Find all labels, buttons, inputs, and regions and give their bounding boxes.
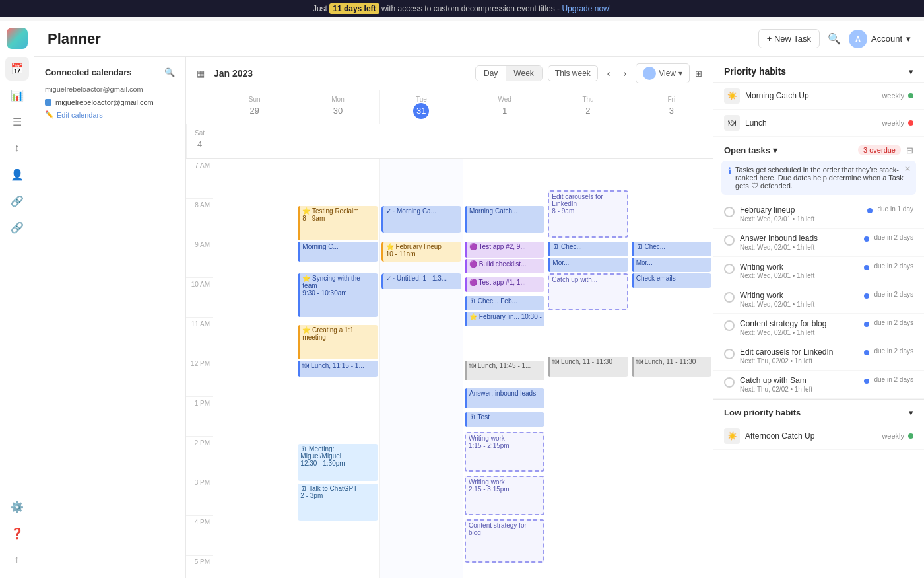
task-checkbox-0[interactable] bbox=[724, 207, 735, 217]
event-untitled[interactable]: ✓ · Untitled, 1 - 1:3... bbox=[381, 273, 461, 289]
low-priority-title: Low priority habits bbox=[724, 408, 801, 417]
habit-lunch-dot bbox=[908, 120, 913, 126]
grid-view-icon[interactable]: ⊞ bbox=[695, 69, 702, 79]
nav-icon-calendar[interactable]: 📅 bbox=[5, 57, 29, 81]
event-more-fri[interactable]: Mor... bbox=[632, 258, 711, 272]
nav-icon-arrows[interactable]: ↕ bbox=[5, 136, 29, 160]
task-name-0: February lineup bbox=[740, 205, 862, 215]
account-button[interactable]: A Account ▾ bbox=[849, 30, 911, 48]
time-10am: 10 AM bbox=[186, 277, 213, 317]
event-morning-c-mon[interactable]: Morning C... bbox=[298, 242, 378, 262]
event-lunch-mon[interactable]: 🍽 Lunch, 11:15 - 1... bbox=[298, 361, 378, 377]
event-more-thu[interactable]: Mor... bbox=[548, 258, 628, 272]
page-title: Planner bbox=[48, 30, 758, 48]
event-feb-lineup-wed[interactable]: ⭐ February lin... 10:30 - bbox=[465, 312, 544, 326]
event-test-app-2[interactable]: 🟣 Test app #2, 9... bbox=[465, 242, 544, 258]
event-lunch-fri[interactable]: 🍽 Lunch, 11 - 11:30 bbox=[632, 357, 711, 377]
task-item-2: Writing work Next: Wed, 02/01 • 1h left … bbox=[713, 257, 924, 285]
priority-habits-title: Priority habits bbox=[724, 66, 786, 77]
prev-week-arrow[interactable]: ‹ bbox=[603, 65, 614, 81]
calendar-item: miguelrebeloactor@gmail.com bbox=[45, 98, 175, 106]
nav-icon-help[interactable]: ❓ bbox=[5, 521, 29, 545]
time-grid-scroll[interactable]: 7 AM 8 AM 9 AM 10 AM 11 AM 12 PM 1 PM 2 … bbox=[186, 159, 713, 578]
time-11am: 11 AM bbox=[186, 317, 213, 357]
task-checkbox-2[interactable] bbox=[724, 264, 735, 274]
event-creating-meeting[interactable]: ⭐ Creating a 1:1 meeting bbox=[298, 325, 378, 359]
task-checkbox-1[interactable] bbox=[724, 235, 735, 246]
nav-icon-settings[interactable]: ⚙️ bbox=[5, 495, 29, 519]
banner-text-after: with access to custom decompression even… bbox=[381, 4, 562, 13]
event-meeting-miguel[interactable]: 🗓 Meeting: Miguel/Miguel12:30 - 1:30pm bbox=[298, 444, 378, 481]
event-lunch-thu[interactable]: 🍽 Lunch, 11 - 11:30 bbox=[548, 357, 628, 377]
task-next-3: Next: Wed, 02/01 • 1h left bbox=[740, 301, 859, 308]
view-options-button[interactable]: View ▾ bbox=[636, 63, 690, 83]
event-catch-up[interactable]: Catch up with... bbox=[548, 273, 628, 310]
cal-toolbar: ▦ Jan 2023 Day Week This week ‹ › View ▾… bbox=[186, 57, 713, 90]
event-answer-inbound[interactable]: Answer: inbound leads bbox=[465, 388, 544, 408]
task-checkbox-3[interactable] bbox=[724, 292, 735, 303]
event-test-wed[interactable]: 🗓 Test bbox=[465, 412, 544, 427]
event-feb-lineup[interactable]: ⭐ February lineup10 - 11am bbox=[381, 242, 461, 262]
event-writing-work-wed[interactable]: Writing work1:15 - 2:15pm bbox=[465, 432, 544, 472]
day-header-fri: Fri 3 bbox=[630, 90, 713, 124]
task-item-0: February lineup Next: Wed, 02/01 • 1h le… bbox=[713, 200, 924, 229]
task-next-2: Next: Wed, 02/01 • 1h left bbox=[740, 272, 859, 279]
event-check-emails-wed[interactable]: 🗓 Chec... Feb... bbox=[465, 296, 544, 310]
event-lunch-wed[interactable]: 🍽 Lunch, 11:45 - 1... bbox=[465, 361, 544, 380]
nav-icon-users[interactable]: 👤 bbox=[5, 163, 29, 186]
event-writing-work-2-wed[interactable]: Writing work2:15 - 3:15pm bbox=[465, 476, 544, 515]
col-thu: Edit carousels for LinkedIn8 - 9am 🗓 Che… bbox=[546, 159, 629, 578]
event-morning-catch-wed[interactable]: Morning Catch... bbox=[465, 206, 544, 233]
event-syncing-team[interactable]: ⭐ Syncing with the team9:30 - 10:30am bbox=[298, 273, 378, 317]
upgrade-link[interactable]: Upgrade now! bbox=[562, 4, 611, 13]
day-header-sat: Sat 4 bbox=[186, 124, 213, 158]
event-check-thu[interactable]: 🗓 Chec... bbox=[548, 242, 628, 256]
task-checkbox-5[interactable] bbox=[724, 349, 735, 359]
event-test-app-1[interactable]: 🟣 Test app #1, 1... bbox=[465, 277, 544, 292]
col-fri: 🗓 Chec... Mor... Check emails 🍽 Lunch, 1… bbox=[630, 159, 713, 578]
nav-icon-list[interactable]: ☰ bbox=[5, 110, 29, 133]
task-checkbox-6[interactable] bbox=[724, 377, 735, 388]
task-next-1: Next: Wed, 02/01 • 1h left bbox=[740, 244, 859, 251]
pencil-icon: ✏️ bbox=[45, 110, 54, 119]
avatar: A bbox=[849, 30, 867, 48]
next-week-arrow[interactable]: › bbox=[620, 65, 631, 81]
new-task-button[interactable]: + New Task bbox=[758, 29, 820, 48]
edit-calendars-link[interactable]: ✏️ Edit calendars bbox=[45, 110, 175, 119]
filter-icon[interactable]: ⊟ bbox=[906, 145, 913, 155]
col-mon: ⭐ Testing Reclaim8 - 9am Morning C... ⭐ … bbox=[296, 159, 379, 578]
day-header-wed: Wed 1 bbox=[463, 90, 546, 124]
overdue-badge: 3 overdue bbox=[858, 145, 901, 155]
task-info-2: Writing work Next: Wed, 02/01 • 1h left bbox=[740, 262, 859, 279]
view-chevron-icon: ▾ bbox=[678, 69, 682, 78]
time-7am: 7 AM bbox=[186, 159, 213, 198]
event-check-emails-fri[interactable]: Check emails bbox=[632, 273, 711, 288]
task-checkbox-4[interactable] bbox=[724, 320, 735, 331]
header-actions: + New Task 🔍 A Account ▾ bbox=[758, 29, 911, 48]
nav-icon-link[interactable]: 🔗 bbox=[5, 215, 29, 239]
event-testing-reclaim[interactable]: ⭐ Testing Reclaim8 - 9am bbox=[298, 206, 378, 240]
task-due-3: due in 2 days bbox=[874, 291, 914, 298]
close-info-icon[interactable]: ✕ bbox=[904, 164, 911, 174]
main-content: Planner + New Task 🔍 A Account ▾ Connect… bbox=[34, 21, 924, 578]
nav-icon-share[interactable]: ↑ bbox=[5, 548, 29, 571]
event-talk-chatgpt[interactable]: 🗓 Talk to ChatGPT2 - 3pm bbox=[298, 484, 378, 521]
nav-icon-chart[interactable]: 📊 bbox=[5, 83, 29, 107]
edit-calendars-label: Edit calendars bbox=[57, 111, 103, 119]
view-week-button[interactable]: Week bbox=[506, 66, 541, 81]
this-week-button[interactable]: This week bbox=[548, 65, 598, 81]
open-tasks-label[interactable]: Open tasks ▾ bbox=[724, 145, 858, 155]
event-check-fri[interactable]: 🗓 Chec... bbox=[632, 242, 711, 256]
nav-icon-integrations[interactable]: 🔗 bbox=[5, 189, 29, 213]
event-morning-catch-tue[interactable]: ✓ · Morning Ca... bbox=[381, 206, 461, 233]
event-edit-carousels[interactable]: Edit carousels for LinkedIn8 - 9am bbox=[548, 190, 628, 238]
priority-habits-chevron[interactable]: ▾ bbox=[909, 67, 913, 77]
banner-text-before: Just bbox=[313, 4, 329, 13]
view-day-button[interactable]: Day bbox=[476, 66, 506, 81]
calendars-search-icon[interactable]: 🔍 bbox=[164, 67, 175, 77]
event-build-checklist[interactable]: 🟣 Build checklist... bbox=[465, 259, 544, 273]
time-header-spacer bbox=[186, 90, 213, 124]
low-priority-chevron[interactable]: ▾ bbox=[909, 408, 913, 417]
search-icon[interactable]: 🔍 bbox=[828, 32, 841, 45]
event-content-strategy-wed[interactable]: Content strategy for blog bbox=[465, 519, 544, 563]
